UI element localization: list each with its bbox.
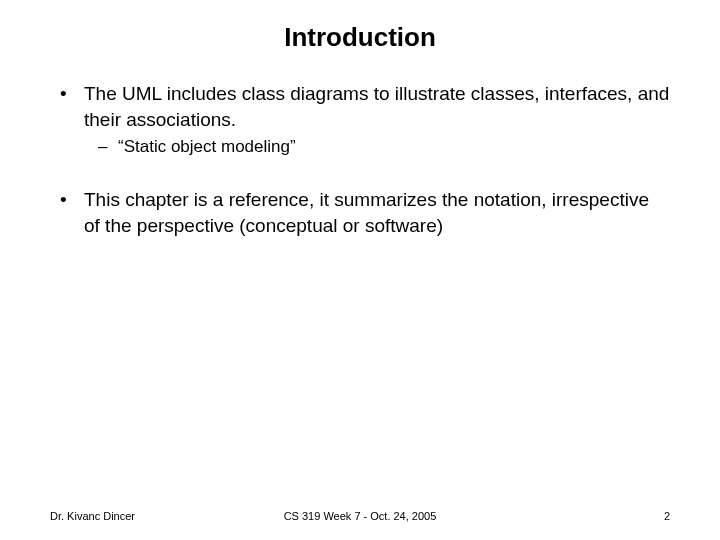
sub-bullet-list: “Static object modeling” [84,136,670,159]
bullet-list: The UML includes class diagrams to illus… [50,81,670,239]
bullet-text: “Static object modeling” [118,137,296,156]
slide: Introduction The UML includes class diag… [0,0,720,540]
list-item: “Static object modeling” [84,136,670,159]
footer-course: CS 319 Week 7 - Oct. 24, 2005 [284,510,437,522]
slide-footer: Dr. Kivanc Dincer CS 319 Week 7 - Oct. 2… [0,510,720,522]
list-item: This chapter is a reference, it summariz… [50,187,670,238]
footer-page-number: 2 [664,510,670,522]
bullet-text: This chapter is a reference, it summariz… [84,189,649,236]
slide-content: The UML includes class diagrams to illus… [0,61,720,239]
bullet-text: The UML includes class diagrams to illus… [84,83,669,130]
slide-title: Introduction [0,0,720,61]
list-item: The UML includes class diagrams to illus… [50,81,670,159]
footer-author: Dr. Kivanc Dincer [50,510,135,522]
